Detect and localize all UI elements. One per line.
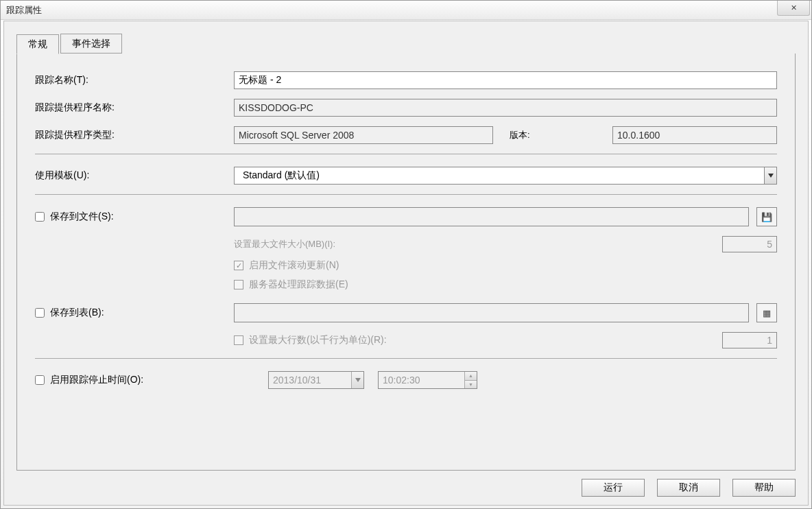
max-rows-checkbox: 设置最大行数(以千行为单位)(R):: [234, 334, 387, 346]
max-file-size-field: 5: [722, 236, 777, 252]
save-table-path: [234, 303, 749, 322]
checkbox-icon: [234, 280, 243, 289]
chevron-down-icon: [764, 167, 776, 184]
trace-name-input[interactable]: [234, 71, 777, 89]
server-processes-checkbox: 服务器处理跟踪数据(E): [234, 279, 348, 291]
save-file-path: [234, 207, 749, 226]
close-icon: ✕: [791, 3, 796, 12]
run-button[interactable]: 运行: [582, 479, 645, 497]
save-icon: 💾: [761, 212, 772, 222]
table-icon: ▦: [763, 308, 771, 318]
stop-time-picker: 10:02:30 ▲ ▼: [378, 371, 477, 389]
provider-type-field: Microsoft SQL Server 2008: [234, 126, 493, 144]
spin-up-icon: ▲: [465, 372, 477, 381]
template-dropdown[interactable]: Standard (默认值): [234, 167, 777, 185]
tab-panel-general: 跟踪名称(T): 跟踪提供程序名称: KISSDODOG-PC 跟踪提供程序类型…: [16, 54, 796, 471]
provider-name-field: KISSDODOG-PC: [234, 99, 777, 117]
save-to-file-checkbox[interactable]: 保存到文件(S):: [35, 211, 234, 223]
browse-table-button[interactable]: ▦: [756, 303, 777, 322]
browse-file-button[interactable]: 💾: [756, 207, 777, 226]
date-drop-icon: [351, 372, 363, 388]
cancel-button[interactable]: 取消: [657, 479, 720, 497]
separator-2: [35, 194, 777, 195]
stop-date-picker: 2013/10/31: [268, 371, 364, 389]
time-spinner: ▲ ▼: [464, 372, 477, 388]
label-version: 版本:: [501, 129, 604, 141]
help-button[interactable]: 帮助: [732, 479, 796, 497]
dialog-buttons: 运行 取消 帮助: [582, 479, 796, 497]
checkbox-icon: [234, 335, 243, 345]
window-title: 跟踪属性: [6, 4, 42, 16]
titlebar: 跟踪属性 ✕: [1, 1, 811, 20]
label-template: 使用模板(U):: [35, 169, 234, 182]
tab-general[interactable]: 常规: [16, 34, 59, 54]
max-rows-field: 1: [722, 332, 777, 348]
version-field: 10.0.1600: [612, 126, 777, 144]
separator-1: [35, 154, 777, 154]
enable-rollover-checkbox: 启用文件滚动更新(N): [234, 259, 339, 272]
tab-events[interactable]: 事件选择: [60, 34, 122, 54]
tab-row: 常规 事件选择: [16, 34, 123, 54]
client-area: 常规 事件选择 跟踪名称(T): 跟踪提供程序名称: KISSDODOG-PC: [3, 21, 809, 506]
window-controls: ✕: [777, 1, 811, 19]
close-button[interactable]: ✕: [777, 1, 810, 16]
checkbox-icon: [234, 261, 243, 270]
label-trace-name: 跟踪名称(T):: [35, 74, 234, 86]
separator-3: [35, 358, 777, 359]
enable-stop-time-checkbox[interactable]: 启用跟踪停止时间(O):: [35, 374, 234, 386]
label-provider-name: 跟踪提供程序名称:: [35, 102, 234, 114]
spin-down-icon: ▼: [465, 381, 477, 389]
label-provider-type: 跟踪提供程序类型:: [35, 129, 234, 141]
label-max-file-size: 设置最大文件大小(MB)(I):: [234, 238, 335, 250]
dialog-window: 跟踪属性 ✕ 常规 事件选择 跟踪名称(T):: [0, 0, 812, 509]
save-to-table-checkbox[interactable]: 保存到表(B):: [35, 307, 234, 319]
